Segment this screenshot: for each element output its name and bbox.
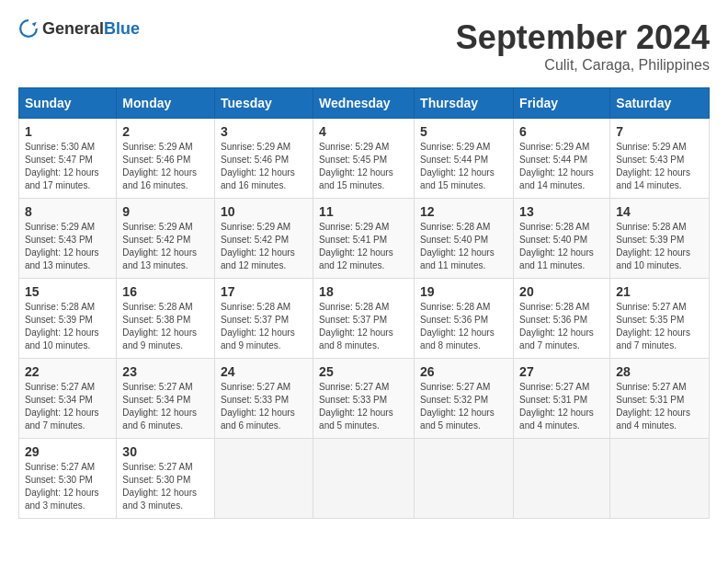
column-header-friday: Friday [514,88,610,119]
day-number: 3 [221,124,307,139]
day-number: 19 [420,284,507,299]
day-number: 15 [25,284,110,299]
day-number: 21 [616,284,703,299]
calendar-week-row: 15Sunrise: 5:28 AMSunset: 5:39 PMDayligh… [19,279,710,359]
calendar-cell: 1Sunrise: 5:30 AMSunset: 5:47 PMDaylight… [19,119,117,199]
day-number: 29 [25,444,110,459]
calendar-cell: 3Sunrise: 5:29 AMSunset: 5:46 PMDaylight… [215,119,313,199]
day-info: Sunrise: 5:28 AMSunset: 5:36 PMDaylight:… [420,301,507,352]
day-info: Sunrise: 5:28 AMSunset: 5:38 PMDaylight:… [122,301,209,352]
calendar-cell: 5Sunrise: 5:29 AMSunset: 5:44 PMDaylight… [415,119,514,199]
day-number: 6 [519,124,604,139]
day-info: Sunrise: 5:28 AMSunset: 5:36 PMDaylight:… [519,301,604,352]
calendar-cell: 19Sunrise: 5:28 AMSunset: 5:36 PMDayligh… [415,279,514,359]
day-info: Sunrise: 5:29 AMSunset: 5:43 PMDaylight:… [616,141,703,192]
day-info: Sunrise: 5:30 AMSunset: 5:47 PMDaylight:… [25,141,110,192]
calendar-week-row: 8Sunrise: 5:29 AMSunset: 5:43 PMDaylight… [19,199,710,279]
calendar-cell: 17Sunrise: 5:28 AMSunset: 5:37 PMDayligh… [215,279,313,359]
calendar-cell: 9Sunrise: 5:29 AMSunset: 5:42 PMDaylight… [117,199,215,279]
calendar-week-row: 22Sunrise: 5:27 AMSunset: 5:34 PMDayligh… [19,359,710,439]
day-info: Sunrise: 5:29 AMSunset: 5:46 PMDaylight:… [122,141,209,192]
calendar-cell [415,439,514,519]
calendar-table: SundayMondayTuesdayWednesdayThursdayFrid… [18,87,710,519]
day-info: Sunrise: 5:29 AMSunset: 5:41 PMDaylight:… [319,221,408,272]
day-info: Sunrise: 5:29 AMSunset: 5:44 PMDaylight:… [519,141,604,192]
day-info: Sunrise: 5:28 AMSunset: 5:39 PMDaylight:… [616,221,703,272]
day-info: Sunrise: 5:27 AMSunset: 5:33 PMDaylight:… [221,381,307,432]
day-info: Sunrise: 5:27 AMSunset: 5:30 PMDaylight:… [122,461,209,512]
day-number: 23 [122,364,209,379]
calendar-cell: 14Sunrise: 5:28 AMSunset: 5:39 PMDayligh… [610,199,710,279]
calendar-cell: 13Sunrise: 5:28 AMSunset: 5:40 PMDayligh… [514,199,610,279]
day-number: 12 [420,204,507,219]
day-info: Sunrise: 5:27 AMSunset: 5:35 PMDaylight:… [616,301,703,352]
day-number: 22 [25,364,110,379]
calendar-cell: 11Sunrise: 5:29 AMSunset: 5:41 PMDayligh… [313,199,415,279]
day-number: 16 [122,284,209,299]
day-number: 1 [25,124,110,139]
calendar-cell: 29Sunrise: 5:27 AMSunset: 5:30 PMDayligh… [19,439,117,519]
day-number: 8 [25,204,110,219]
day-number: 26 [420,364,507,379]
column-header-sunday: Sunday [19,88,117,119]
calendar-cell: 6Sunrise: 5:29 AMSunset: 5:44 PMDaylight… [514,119,610,199]
calendar-cell [215,439,313,519]
day-info: Sunrise: 5:27 AMSunset: 5:32 PMDaylight:… [420,381,507,432]
column-header-monday: Monday [117,88,215,119]
day-info: Sunrise: 5:29 AMSunset: 5:46 PMDaylight:… [221,141,307,192]
calendar-cell: 26Sunrise: 5:27 AMSunset: 5:32 PMDayligh… [415,359,514,439]
calendar-cell: 2Sunrise: 5:29 AMSunset: 5:46 PMDaylight… [117,119,215,199]
day-number: 13 [519,204,604,219]
calendar-cell: 18Sunrise: 5:28 AMSunset: 5:37 PMDayligh… [313,279,415,359]
calendar-cell: 27Sunrise: 5:27 AMSunset: 5:31 PMDayligh… [514,359,610,439]
day-number: 14 [616,204,703,219]
day-info: Sunrise: 5:28 AMSunset: 5:39 PMDaylight:… [25,301,110,352]
day-number: 25 [319,364,408,379]
day-number: 27 [519,364,604,379]
calendar-cell: 21Sunrise: 5:27 AMSunset: 5:35 PMDayligh… [610,279,710,359]
calendar-cell: 8Sunrise: 5:29 AMSunset: 5:43 PMDaylight… [19,199,117,279]
calendar-cell: 7Sunrise: 5:29 AMSunset: 5:43 PMDaylight… [610,119,710,199]
day-info: Sunrise: 5:28 AMSunset: 5:40 PMDaylight:… [519,221,604,272]
day-number: 17 [221,284,307,299]
calendar-cell [610,439,710,519]
day-number: 18 [319,284,408,299]
day-info: Sunrise: 5:29 AMSunset: 5:42 PMDaylight:… [122,221,209,272]
day-info: Sunrise: 5:28 AMSunset: 5:40 PMDaylight:… [420,221,507,272]
day-info: Sunrise: 5:28 AMSunset: 5:37 PMDaylight:… [221,301,307,352]
column-header-saturday: Saturday [610,88,710,119]
day-number: 2 [122,124,209,139]
column-header-thursday: Thursday [415,88,514,119]
calendar-cell: 22Sunrise: 5:27 AMSunset: 5:34 PMDayligh… [19,359,117,439]
logo-icon [18,18,39,39]
calendar-week-row: 1Sunrise: 5:30 AMSunset: 5:47 PMDaylight… [19,119,710,199]
day-number: 30 [122,444,209,459]
day-info: Sunrise: 5:29 AMSunset: 5:42 PMDaylight:… [221,221,307,272]
day-info: Sunrise: 5:29 AMSunset: 5:43 PMDaylight:… [25,221,110,272]
title-section: September 2024 Culit, Caraga, Philippine… [456,18,710,74]
calendar-cell: 10Sunrise: 5:29 AMSunset: 5:42 PMDayligh… [215,199,313,279]
page-header: GeneralBlue September 2024 Culit, Caraga… [18,18,710,74]
day-info: Sunrise: 5:27 AMSunset: 5:30 PMDaylight:… [25,461,110,512]
day-number: 9 [122,204,209,219]
calendar-cell: 30Sunrise: 5:27 AMSunset: 5:30 PMDayligh… [117,439,215,519]
calendar-cell: 24Sunrise: 5:27 AMSunset: 5:33 PMDayligh… [215,359,313,439]
calendar-cell: 15Sunrise: 5:28 AMSunset: 5:39 PMDayligh… [19,279,117,359]
calendar-cell: 12Sunrise: 5:28 AMSunset: 5:40 PMDayligh… [415,199,514,279]
calendar-cell [313,439,415,519]
logo-text-general: General [42,19,104,38]
day-number: 10 [221,204,307,219]
day-number: 11 [319,204,408,219]
day-number: 28 [616,364,703,379]
day-info: Sunrise: 5:29 AMSunset: 5:45 PMDaylight:… [319,141,408,192]
logo: GeneralBlue [18,18,140,39]
day-info: Sunrise: 5:28 AMSunset: 5:37 PMDaylight:… [319,301,408,352]
day-info: Sunrise: 5:27 AMSunset: 5:31 PMDaylight:… [519,381,604,432]
day-info: Sunrise: 5:27 AMSunset: 5:34 PMDaylight:… [122,381,209,432]
day-info: Sunrise: 5:27 AMSunset: 5:31 PMDaylight:… [616,381,703,432]
day-info: Sunrise: 5:29 AMSunset: 5:44 PMDaylight:… [420,141,507,192]
calendar-cell: 4Sunrise: 5:29 AMSunset: 5:45 PMDaylight… [313,119,415,199]
column-header-wednesday: Wednesday [313,88,415,119]
day-info: Sunrise: 5:27 AMSunset: 5:33 PMDaylight:… [319,381,408,432]
month-title: September 2024 [456,18,710,57]
